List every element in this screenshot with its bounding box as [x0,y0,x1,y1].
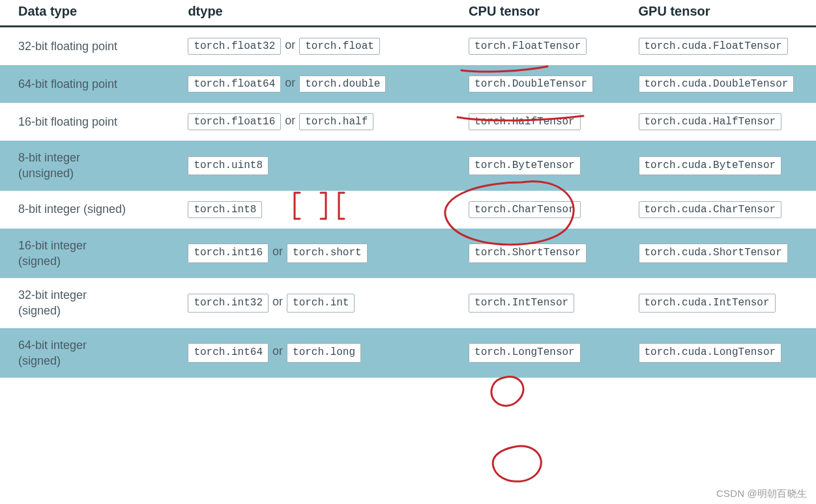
data-type-label: 8-bit integer (unsigned) [18,151,80,180]
data-type-label: 64-bit floating point [18,77,117,91]
gpu-tensor-cell: torch.cuda.HalfTensor [620,103,817,141]
circle-mark-icon [493,446,541,481]
dtype-code: torch.short [287,244,368,263]
gpu-tensor-cell: torch.cuda.ShortTensor [620,229,817,279]
data-type-cell: 8-bit integer (unsigned) [0,141,169,191]
cpu-tensor-cell: torch.ShortTensor [450,229,620,279]
gpu-tensor-code: torch.cuda.ShortTensor [639,244,788,263]
dtype-code: torch.int [287,294,355,313]
cpu-tensor-code: torch.ByteTensor [469,156,581,176]
table-row: 32-bit floating pointtorch.float32ortorc… [0,27,816,66]
data-type-label: 32-bit floating point [18,40,117,53]
table-row: 8-bit integer (signed)torch.int8torch.Ch… [0,191,816,229]
cpu-tensor-code: torch.CharTensor [469,201,581,218]
data-type-cell: 64-bit floating point [0,65,169,103]
gpu-tensor-code: torch.cuda.ByteTensor [639,156,782,176]
gpu-tensor-code: torch.cuda.IntTensor [639,294,776,313]
cpu-tensor-code: torch.DoubleTensor [469,76,593,92]
table-row: 16-bit floating pointtorch.float16ortorc… [0,103,816,141]
table-row: 32-bit integer (signed)torch.int32ortorc… [0,278,816,328]
dtype-code: torch.int16 [188,244,269,263]
gpu-tensor-cell: torch.cuda.DoubleTensor [620,65,817,103]
dtype-cell: torch.float64ortorch.double [169,65,450,103]
data-type-label: 16-bit integer (signed) [18,239,87,268]
data-type-cell: 16-bit integer (signed) [0,229,169,279]
or-label: or [272,294,283,309]
cpu-tensor-cell: torch.LongTensor [450,328,620,378]
dtype-code: torch.int64 [188,343,269,363]
watermark-text: CSDN @明朝百晓生 [716,488,807,500]
data-type-cell: 8-bit integer (signed) [0,191,169,229]
data-type-label: 64-bit integer (signed) [18,339,87,367]
data-type-cell: 32-bit floating point [0,27,169,66]
dtype-cell: torch.uint8 [169,141,450,191]
dtype-cell: torch.float32ortorch.float [169,27,450,66]
gpu-tensor-code: torch.cuda.FloatTensor [639,38,788,55]
dtype-code: torch.half [299,113,373,130]
cpu-tensor-cell: torch.HalfTensor [450,103,620,141]
cpu-tensor-cell: torch.DoubleTensor [450,65,620,103]
dtype-cell: torch.int16ortorch.short [169,229,450,279]
gpu-tensor-code: torch.cuda.LongTensor [639,343,782,363]
table-row: 64-bit floating pointtorch.float64ortorc… [0,65,816,103]
dtype-code: torch.uint8 [188,156,269,176]
data-type-cell: 32-bit integer (signed) [0,278,169,328]
or-label: or [272,343,283,359]
data-type-cell: 64-bit integer (signed) [0,328,169,378]
dtype-cell: torch.float16ortorch.half [169,103,450,141]
col-header-data-type: Data type [0,0,169,27]
cpu-tensor-cell: torch.ByteTensor [450,141,620,191]
gpu-tensor-code: torch.cuda.DoubleTensor [639,76,794,92]
or-label: or [285,76,295,90]
cpu-tensor-code: torch.ShortTensor [469,244,587,263]
gpu-tensor-cell: torch.cuda.LongTensor [620,328,817,378]
cpu-tensor-code: torch.HalfTensor [469,113,581,130]
table-header-row: Data type dtype CPU tensor GPU tensor [0,0,816,27]
col-header-dtype: dtype [169,0,450,27]
gpu-tensor-code: torch.cuda.CharTensor [639,201,782,218]
dtype-code: torch.float [299,38,380,55]
tensor-types-table: Data type dtype CPU tensor GPU tensor 32… [0,0,816,378]
data-type-cell: 16-bit floating point [0,103,169,141]
gpu-tensor-cell: torch.cuda.CharTensor [620,191,817,229]
data-type-label: 32-bit integer (signed) [18,288,87,317]
table-row: 16-bit integer (signed)torch.int16ortorc… [0,229,816,279]
cpu-tensor-code: torch.FloatTensor [469,38,587,55]
dtype-code: torch.int32 [188,294,269,313]
cpu-tensor-cell: torch.IntTensor [450,278,620,328]
dtype-code: torch.double [299,76,386,92]
dtype-code: torch.long [287,343,361,363]
dtype-cell: torch.int8 [169,191,450,229]
dtype-code: torch.float32 [188,38,281,55]
table-row: 64-bit integer (signed)torch.int64ortorc… [0,328,816,378]
data-type-label: 16-bit floating point [18,115,117,128]
data-type-label: 8-bit integer (signed) [18,203,126,216]
dtype-code: torch.float16 [188,113,281,130]
table-row: 8-bit integer (unsigned)torch.uint8torch… [0,141,816,191]
gpu-tensor-cell: torch.cuda.FloatTensor [620,27,817,66]
dtype-cell: torch.int32ortorch.int [169,278,450,328]
col-header-gpu: GPU tensor [620,0,817,27]
gpu-tensor-cell: torch.cuda.ByteTensor [620,141,817,191]
dtype-code: torch.int8 [188,201,262,218]
or-label: or [285,38,295,52]
cpu-tensor-cell: torch.CharTensor [450,191,620,229]
or-label: or [285,114,295,128]
gpu-tensor-code: torch.cuda.HalfTensor [639,113,782,130]
cpu-tensor-code: torch.IntTensor [469,294,574,313]
dtype-cell: torch.int64ortorch.long [169,328,450,378]
cpu-tensor-cell: torch.FloatTensor [450,27,620,66]
gpu-tensor-cell: torch.cuda.IntTensor [620,278,817,328]
circle-mark-icon [491,377,523,406]
col-header-cpu: CPU tensor [450,0,620,27]
cpu-tensor-code: torch.LongTensor [469,343,581,363]
or-label: or [272,244,283,259]
dtype-code: torch.float64 [188,76,281,92]
